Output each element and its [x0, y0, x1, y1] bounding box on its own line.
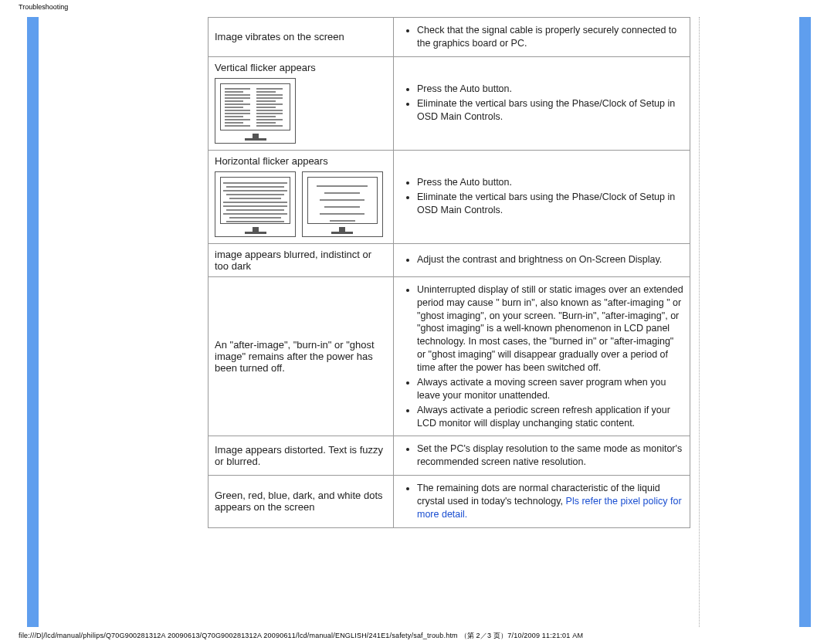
list-item: Press the Auto button. [417, 176, 683, 189]
page-header: Troubleshooting [19, 3, 68, 11]
content-column: Image vibrates on the screen Check that … [189, 17, 699, 627]
list-item: Eliminate the vertical bars using the Ph… [417, 191, 683, 217]
solution-list: Uninterrupted display of still or static… [405, 283, 683, 430]
solution-list: Check that the signal cable is properly … [405, 24, 683, 50]
solution-list: The remaining dots are normal characteri… [405, 482, 683, 521]
list-item: Press the Auto button. [417, 83, 683, 96]
table-row: Green, red, blue, dark, and white dots a… [208, 476, 690, 528]
left-accent-bar [27, 17, 39, 627]
solution-list: Set the PC's display resolution to the s… [405, 442, 683, 469]
table-row: Horizontal flicker appears [208, 150, 690, 243]
solution-cell: The remaining dots are normal characteri… [394, 476, 690, 528]
divider-right [699, 17, 700, 627]
list-item: Uninterrupted display of still or static… [417, 283, 683, 375]
table-row: image appears blurred, indistinct or too… [208, 243, 690, 276]
solution-cell: Press the Auto button. Eliminate the ver… [394, 56, 690, 150]
monitor-icon [215, 171, 296, 237]
issue-cell: Green, red, blue, dark, and white dots a… [208, 476, 394, 528]
list-item: Always activate a moving screen saver pr… [417, 376, 683, 402]
issue-cell: Image vibrates on the screen [208, 18, 394, 57]
page-body: Image vibrates on the screen Check that … [27, 17, 811, 627]
monitor-icon [215, 78, 296, 144]
list-item: Set the PC's display resolution to the s… [417, 442, 683, 469]
issue-label: Horizontal flicker appears [215, 155, 387, 167]
solution-cell: Press the Auto button. Eliminate the ver… [394, 150, 690, 243]
solution-cell: Adjust the contrast and brightness on On… [394, 243, 690, 276]
solution-list: Press the Auto button. Eliminate the ver… [405, 83, 683, 124]
list-item: Adjust the contrast and brightness on On… [417, 253, 683, 266]
troubleshooting-table: Image vibrates on the screen Check that … [208, 17, 690, 528]
list-item: Always activate a periodic screen refres… [417, 404, 683, 430]
solution-cell: Set the PC's display resolution to the s… [394, 436, 690, 476]
issue-cell: Vertical flicker appears [208, 56, 394, 150]
issue-cell: Image appears distorted. Text is fuzzy o… [208, 436, 394, 476]
issue-cell: image appears blurred, indistinct or too… [208, 243, 394, 276]
table-row: Vertical flicker appears [208, 56, 690, 150]
footer-path: file:///D|/lcd/manual/philips/Q70G900281… [19, 631, 583, 641]
solution-list: Adjust the contrast and brightness on On… [405, 253, 683, 266]
issue-cell: Horizontal flicker appears [208, 150, 394, 243]
solution-cell: Check that the signal cable is properly … [394, 18, 690, 57]
solution-cell: Uninterrupted display of still or static… [394, 276, 690, 436]
table-row: Image appears distorted. Text is fuzzy o… [208, 436, 690, 476]
left-margin-column [39, 17, 189, 627]
list-item: The remaining dots are normal characteri… [417, 482, 683, 521]
monitor-icon [302, 171, 383, 237]
issue-cell: An "after-image", "burn-in" or "ghost im… [208, 276, 394, 436]
list-item: Check that the signal cable is properly … [417, 24, 683, 50]
issue-label: Vertical flicker appears [215, 62, 387, 73]
right-accent-bar [799, 17, 811, 627]
table-row: Image vibrates on the screen Check that … [208, 18, 690, 57]
table-row: An "after-image", "burn-in" or "ghost im… [208, 276, 690, 436]
list-item: Eliminate the vertical bars using the Ph… [417, 97, 683, 124]
solution-list: Press the Auto button. Eliminate the ver… [405, 176, 683, 217]
